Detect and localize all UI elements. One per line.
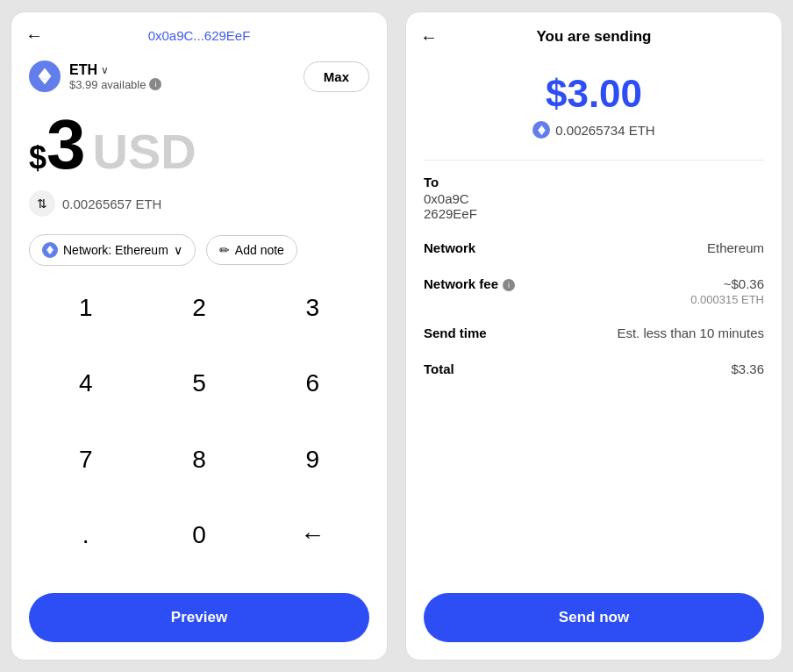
balance-text: $3.99 available: [69, 78, 146, 91]
total-row: Total $3.36: [424, 361, 764, 378]
eth-equiv-text: 0.00265657 ETH: [62, 197, 161, 211]
key-1[interactable]: 1: [29, 280, 142, 336]
token-selector-row: ETH ∨ $3.99 available i Max: [11, 52, 387, 101]
pencil-icon: ✏: [219, 243, 230, 257]
options-row: Network: Ethereum ∨ ✏ Add note: [11, 227, 387, 280]
to-address-line2: 2629EeF: [424, 206, 764, 221]
send-now-button[interactable]: Send now: [424, 593, 764, 642]
small-eth-icon: [532, 121, 550, 139]
to-label: To: [424, 175, 764, 189]
amount-display: $ 3 USD: [11, 101, 387, 183]
eth-logo-icon: [29, 61, 61, 92]
key-3[interactable]: 3: [256, 280, 369, 336]
token-balance: $3.99 available i: [69, 78, 161, 91]
fee-row: Network fee i ~$0.36 0.000315 ETH: [424, 276, 764, 306]
key-5[interactable]: 5: [142, 355, 255, 411]
chevron-down-icon: ∨: [101, 64, 109, 76]
token-name-row[interactable]: ETH ∨: [69, 62, 161, 78]
divider: [424, 160, 764, 161]
amount-number: 3: [46, 110, 86, 180]
send-time-row: Send time Est. less than 10 minutes: [424, 325, 764, 342]
confirm-screen: ← You are sending $3.00 0.00265734 ETH T…: [405, 11, 782, 661]
key-8[interactable]: 8: [142, 432, 255, 488]
sending-amount-block: $3.00 0.00265734 ETH: [406, 54, 782, 146]
token-symbol: ETH: [69, 62, 97, 78]
confirm-title: You are sending: [537, 28, 652, 46]
network-label: Network: Ethereum: [63, 243, 168, 257]
preview-button[interactable]: Preview: [29, 593, 369, 642]
network-detail-value: Ethereum: [707, 240, 764, 255]
sending-eth-amount: 0.00265734 ETH: [555, 123, 654, 138]
back-button-left[interactable]: ←: [25, 25, 43, 46]
numpad: 1 2 3 4 5 6 7 8 9 . 0 ←: [11, 280, 387, 583]
sending-eth-row: 0.00265734 ETH: [424, 121, 764, 139]
eth-equivalent-row: ⇅ 0.00265657 ETH: [11, 183, 387, 227]
max-button[interactable]: Max: [304, 61, 369, 92]
dollar-sign: $: [29, 139, 46, 176]
fee-value-block: ~$0.36 0.000315 ETH: [690, 276, 764, 306]
network-selector[interactable]: Network: Ethereum ∨: [29, 234, 196, 266]
token-info: ETH ∨ $3.99 available i: [29, 61, 161, 92]
key-6[interactable]: 6: [256, 355, 369, 411]
sending-usd-amount: $3.00: [424, 72, 764, 116]
network-chevron-icon: ∨: [174, 243, 182, 257]
top-bar-left: ← 0x0a9C...629EeF: [11, 12, 387, 52]
wallet-address[interactable]: 0x0a9C...629EeF: [148, 28, 251, 43]
to-address-line1: 0x0a9C: [424, 191, 764, 206]
to-row: To 0x0a9C 2629EeF: [424, 175, 764, 221]
send-time-label: Send time: [424, 325, 487, 340]
total-label: Total: [424, 361, 454, 376]
fee-usd: ~$0.36: [690, 276, 764, 291]
network-detail-label: Network: [424, 240, 475, 255]
key-7[interactable]: 7: [29, 432, 142, 488]
details-section: To 0x0a9C 2629EeF Network Ethereum Netwo…: [406, 175, 782, 583]
key-4[interactable]: 4: [29, 355, 142, 411]
key-2[interactable]: 2: [142, 280, 255, 336]
key-0[interactable]: 0: [142, 507, 255, 563]
send-time-value: Est. less than 10 minutes: [617, 325, 764, 340]
token-name-block: ETH ∨ $3.99 available i: [69, 62, 161, 91]
key-backspace[interactable]: ←: [256, 507, 369, 563]
currency-label: USD: [93, 123, 196, 180]
key-9[interactable]: 9: [256, 432, 369, 488]
swap-currency-button[interactable]: ⇅: [29, 190, 55, 217]
back-button-right[interactable]: ←: [420, 27, 438, 47]
network-eth-icon: [42, 242, 58, 258]
fee-info-icon[interactable]: i: [503, 279, 515, 291]
top-bar-right: ← You are sending: [406, 12, 782, 54]
info-icon[interactable]: i: [149, 78, 161, 90]
fee-eth: 0.000315 ETH: [690, 293, 764, 306]
send-screen: ← 0x0a9C...629EeF ETH ∨ $3.99 available …: [11, 11, 388, 661]
total-value: $3.36: [731, 361, 764, 376]
network-row: Network Ethereum: [424, 240, 764, 257]
fee-label-block: Network fee i: [424, 276, 515, 293]
add-note-label: Add note: [235, 243, 284, 257]
fee-label: Network fee: [424, 276, 498, 291]
key-decimal[interactable]: .: [29, 507, 142, 563]
add-note-button[interactable]: ✏ Add note: [206, 235, 297, 265]
